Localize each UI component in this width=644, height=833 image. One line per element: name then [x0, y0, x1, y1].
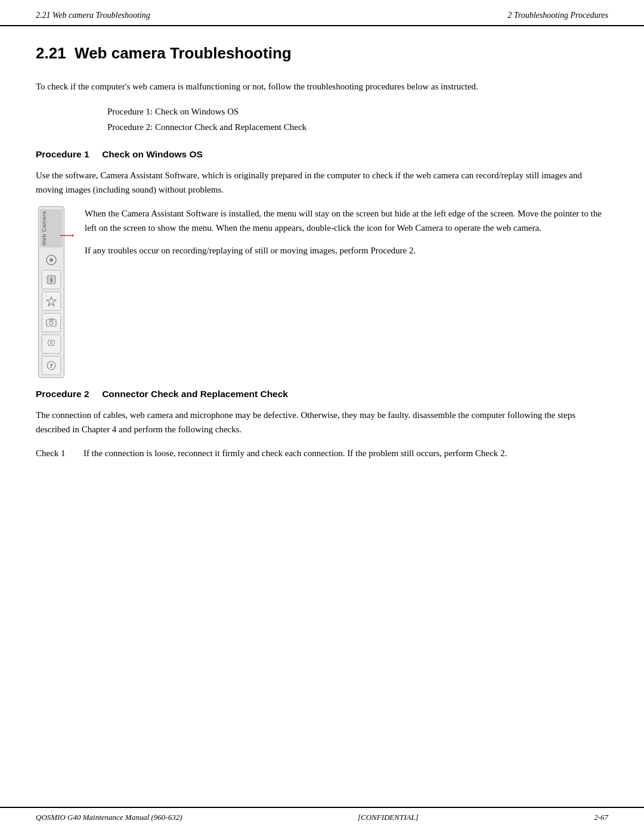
page-container: 2.21 Web camera Troubleshooting 2 Troubl…	[0, 0, 644, 833]
svg-text:i: i	[50, 276, 52, 283]
intro-paragraph: To check if the computer's web camera is…	[36, 79, 608, 94]
toolbar-btn-question[interactable]: ?	[42, 356, 61, 375]
procedure2-heading: Procedure 2 Connector Check and Replacem…	[36, 389, 608, 400]
svg-point-8	[50, 342, 52, 344]
procedure-list-item-2: Procedure 2: Connector Check and Replace…	[107, 120, 608, 135]
svg-marker-12	[72, 234, 74, 237]
toolbar-btn-info[interactable]: i	[42, 270, 61, 289]
procedure1-heading: Procedure 1 Check on Windows OS	[36, 149, 608, 160]
procedure-list: Procedure 1: Check on Windows OS Procedu…	[107, 104, 608, 135]
procedure2-heading-label: Procedure 2	[36, 389, 89, 399]
procedure1-heading-label: Procedure 1	[36, 149, 89, 159]
page-footer: QOSMIO G40 Maintenance Manual (960-632) …	[0, 807, 644, 833]
chapter-title-text: Web camera Troubleshooting	[75, 44, 292, 62]
procedure1-heading-sub: Check on Windows OS	[102, 149, 203, 159]
svg-rect-5	[47, 320, 56, 326]
header-right: 2 Troubleshooting Procedures	[507, 11, 608, 20]
footer-center: [CONFIDENTIAL]	[358, 813, 419, 822]
procedure2-heading-sub: Connector Check and Replacement Check	[102, 389, 288, 399]
image-caption2: If any troubles occur on recording/repla…	[85, 243, 608, 258]
image-area: Web Camera i	[36, 206, 608, 378]
check-item-1: Check 1 If the connection is loose, reco…	[36, 446, 608, 460]
toolbar-label: Web Camera	[40, 209, 63, 247]
chapter-number: 2.21	[36, 44, 66, 62]
svg-point-6	[49, 321, 53, 324]
toolbar-btn-settings[interactable]	[42, 335, 61, 354]
chapter-title: 2.21 Web camera Troubleshooting	[36, 44, 608, 63]
check-text-1: If the connection is loose, reconnect it…	[83, 446, 608, 460]
procedure2-body: The connection of cables, web camera and…	[36, 408, 608, 436]
toolbar-btn-camera[interactable]	[42, 313, 61, 332]
page-header: 2.21 Web camera Troubleshooting 2 Troubl…	[0, 0, 644, 26]
svg-marker-4	[47, 297, 56, 306]
toolbar-top-icon	[42, 252, 61, 268]
image-text-block: When the Camera Assistant Software is in…	[85, 206, 608, 266]
svg-point-1	[49, 258, 53, 262]
check-label-1: Check 1	[36, 446, 83, 460]
red-arrow	[60, 233, 74, 239]
procedure-list-item-1: Procedure 1: Check on Windows OS	[107, 104, 608, 120]
camera-menu-widget: Web Camera i	[36, 206, 67, 378]
procedure1-body: Use the software, Camera Assistant Softw…	[36, 168, 608, 197]
page-content: 2.21 Web camera Troubleshooting To check…	[0, 26, 644, 807]
toolbar-btn-star[interactable]	[42, 292, 61, 311]
header-left: 2.21 Web camera Troubleshooting	[36, 11, 150, 20]
footer-left: QOSMIO G40 Maintenance Manual (960-632)	[36, 813, 182, 822]
footer-right: 2-67	[594, 813, 608, 822]
svg-text:?: ?	[49, 362, 53, 369]
image-caption1: When the Camera Assistant Software is in…	[85, 206, 608, 235]
